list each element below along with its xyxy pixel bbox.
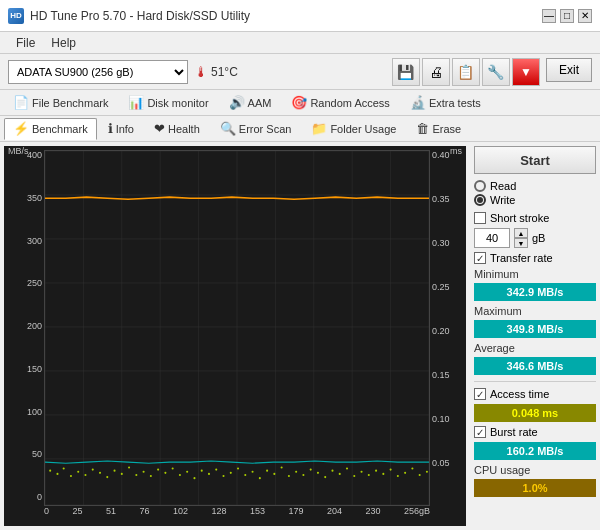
scatter-47 bbox=[382, 473, 384, 475]
stroke-value-input[interactable] bbox=[474, 228, 510, 248]
access-time-label: Access time bbox=[490, 388, 549, 400]
write-radio[interactable]: Write bbox=[474, 194, 596, 206]
y-left-50: 50 bbox=[32, 449, 42, 459]
access-time-checkbox[interactable]: ✓ bbox=[474, 388, 486, 400]
scatter-16 bbox=[157, 469, 159, 471]
random-access-icon: 🎯 bbox=[291, 95, 307, 110]
tab-health[interactable]: ❤ Health bbox=[145, 118, 209, 140]
transfer-rate-checkbox-item[interactable]: ✓ Transfer rate bbox=[474, 252, 596, 264]
read-radio-button[interactable] bbox=[474, 180, 486, 192]
average-label: Average bbox=[474, 342, 596, 354]
scatter-43 bbox=[353, 475, 355, 477]
y-left-200: 200 bbox=[27, 321, 42, 331]
tab-folder-usage-label: Folder Usage bbox=[330, 123, 396, 135]
maximize-button[interactable]: □ bbox=[560, 9, 574, 23]
short-stroke-checkbox-item[interactable]: Short stroke bbox=[474, 212, 596, 224]
tab-info[interactable]: ℹ Info bbox=[99, 118, 143, 140]
tab-random-access-label: Random Access bbox=[310, 97, 389, 109]
menu-help[interactable]: Help bbox=[43, 34, 84, 52]
y-right-010: 0.10 bbox=[432, 414, 450, 424]
tab-benchmark-label: Benchmark bbox=[32, 123, 88, 135]
exit-button[interactable]: Exit bbox=[546, 58, 592, 82]
scatter-12 bbox=[128, 466, 130, 468]
write-label: Write bbox=[490, 194, 515, 206]
scatter-44 bbox=[361, 471, 363, 473]
scatter-17 bbox=[164, 472, 166, 474]
menu-file[interactable]: File bbox=[8, 34, 43, 52]
scatter-24 bbox=[215, 469, 217, 471]
chart-canvas bbox=[44, 150, 430, 506]
short-stroke-checkbox[interactable] bbox=[474, 212, 486, 224]
stroke-up-button[interactable]: ▲ bbox=[514, 228, 528, 238]
scatter-45 bbox=[368, 474, 370, 476]
chart-area: MB/s ms 400 350 300 250 200 150 100 50 0… bbox=[4, 146, 466, 526]
scatter-27 bbox=[237, 467, 239, 469]
y-axis-left: 400 350 300 250 200 150 100 50 0 bbox=[4, 146, 44, 506]
burst-rate-checkbox-item[interactable]: ✓ Burst rate bbox=[474, 426, 596, 438]
toolbar-btn-5[interactable]: ▼ bbox=[512, 58, 540, 86]
y-left-100: 100 bbox=[27, 407, 42, 417]
burst-rate-stat: 160.2 MB/s bbox=[474, 442, 596, 460]
disk-monitor-icon: 📊 bbox=[128, 95, 144, 110]
tab-error-scan[interactable]: 🔍 Error Scan bbox=[211, 118, 301, 140]
tab-random-access[interactable]: 🎯 Random Access bbox=[282, 92, 398, 114]
stroke-unit: gB bbox=[532, 232, 545, 244]
tab-extra-tests[interactable]: 🔬 Extra tests bbox=[401, 92, 490, 114]
maximum-stat: Maximum 349.8 MB/s bbox=[474, 305, 596, 338]
scatter-3 bbox=[63, 467, 65, 469]
burst-rate-label: Burst rate bbox=[490, 426, 538, 438]
minimize-button[interactable]: — bbox=[542, 9, 556, 23]
y-left-0: 0 bbox=[37, 492, 42, 502]
burst-rate-checkbox[interactable]: ✓ bbox=[474, 426, 486, 438]
scatter-29 bbox=[252, 471, 254, 473]
access-time-checkbox-item[interactable]: ✓ Access time bbox=[474, 388, 596, 400]
scatter-33 bbox=[281, 466, 283, 468]
average-stat: Average 346.6 MB/s bbox=[474, 342, 596, 375]
scatter-25 bbox=[222, 475, 224, 477]
tab-disk-monitor[interactable]: 📊 Disk monitor bbox=[119, 92, 217, 114]
transfer-rate-checkbox[interactable]: ✓ bbox=[474, 252, 486, 264]
scatter-1 bbox=[49, 470, 51, 472]
x-153: 153 bbox=[250, 506, 265, 516]
tab-aam[interactable]: 🔊 AAM bbox=[220, 92, 281, 114]
window-controls[interactable]: — □ ✕ bbox=[542, 9, 592, 23]
right-panel: Start Read Write Short stroke ▲ ▼ gB bbox=[470, 142, 600, 530]
error-scan-icon: 🔍 bbox=[220, 121, 236, 136]
scatter-6 bbox=[84, 474, 86, 476]
tab-benchmark[interactable]: ⚡ Benchmark bbox=[4, 118, 97, 140]
toolbar-btn-4[interactable]: 🔧 bbox=[482, 58, 510, 86]
minimum-label: Minimum bbox=[474, 268, 596, 280]
info-icon: ℹ bbox=[108, 121, 113, 136]
toolbar-btn-2[interactable]: 🖨 bbox=[422, 58, 450, 86]
scatter-15 bbox=[150, 475, 152, 477]
tab-folder-usage[interactable]: 📁 Folder Usage bbox=[302, 118, 405, 140]
scatter-38 bbox=[317, 472, 319, 474]
x-128: 128 bbox=[211, 506, 226, 516]
mode-radio-group: Read Write bbox=[474, 178, 596, 208]
scatter-7 bbox=[92, 469, 94, 471]
window-title: HD Tune Pro 5.70 - Hard Disk/SSD Utility bbox=[30, 9, 250, 23]
close-button[interactable]: ✕ bbox=[578, 9, 592, 23]
start-button[interactable]: Start bbox=[474, 146, 596, 174]
access-time-stat: 0.048 ms bbox=[474, 404, 596, 422]
tab-file-benchmark[interactable]: 📄 File Benchmark bbox=[4, 92, 117, 114]
toolbar-btn-3[interactable]: 📋 bbox=[452, 58, 480, 86]
minimum-stat: Minimum 342.9 MB/s bbox=[474, 268, 596, 301]
scatter-2 bbox=[56, 473, 58, 475]
read-radio[interactable]: Read bbox=[474, 180, 596, 192]
tab-health-label: Health bbox=[168, 123, 200, 135]
y-axis-right: 0.40 0.35 0.30 0.25 0.20 0.15 0.10 0.05 bbox=[430, 146, 466, 506]
scatter-14 bbox=[143, 471, 145, 473]
chart-svg bbox=[45, 151, 429, 505]
scatter-4 bbox=[70, 475, 72, 477]
cpu-usage-label: CPU usage bbox=[474, 464, 596, 476]
extra-tests-icon: 🔬 bbox=[410, 95, 426, 110]
y-right-035: 0.35 bbox=[432, 194, 450, 204]
stroke-down-button[interactable]: ▼ bbox=[514, 238, 528, 248]
toolbar-btn-1[interactable]: 💾 bbox=[392, 58, 420, 86]
write-radio-button[interactable] bbox=[474, 194, 486, 206]
y-right-015: 0.15 bbox=[432, 370, 450, 380]
drive-selector[interactable]: ADATA SU900 (256 gB) bbox=[8, 60, 188, 84]
tab-extra-tests-label: Extra tests bbox=[429, 97, 481, 109]
tab-erase[interactable]: 🗑 Erase bbox=[407, 118, 470, 140]
